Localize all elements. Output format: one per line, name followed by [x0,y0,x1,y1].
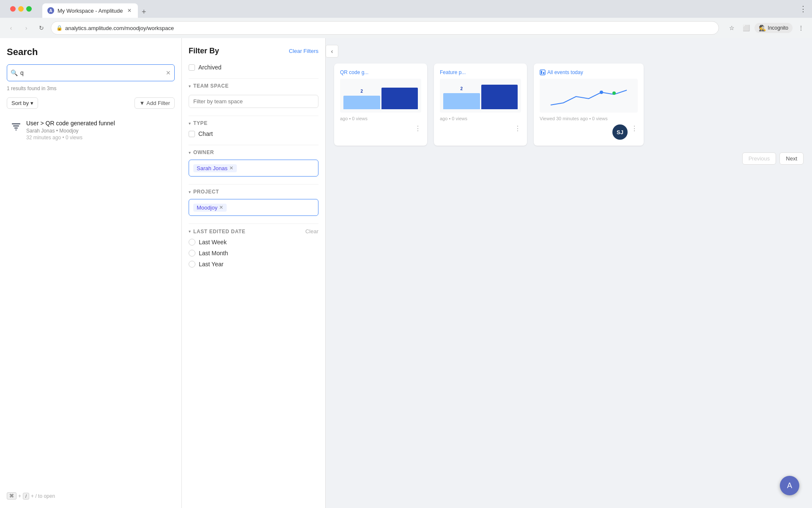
project-chevron: ▾ [189,190,191,194]
filter-icon: ▼ [139,100,145,106]
new-tab-button[interactable]: + [138,6,150,18]
card2-meta: ago • 0 views [440,116,521,121]
workspace-card-3: All events today Viewed 30 minutes ago •… [534,64,644,146]
result-item[interactable]: User > QR code generated funnel Sarah Jo… [7,116,175,145]
archived-row: Archived [189,64,318,71]
card1-more-button[interactable]: ⋮ [414,124,421,133]
owner-tag-label: Sarah Jonas [197,165,228,171]
project-tag-input[interactable]: Moodjoy ✕ [189,199,318,216]
owner-tag: Sarah Jonas ✕ [193,164,237,172]
project-tag-remove[interactable]: ✕ [219,204,223,210]
traffic-light-yellow[interactable] [18,6,24,12]
result-name: User > QR code generated funnel [26,120,171,127]
project-header[interactable]: ▾ PROJECT [189,189,318,195]
add-filter-label: Add Filter [146,100,170,106]
sort-by-button[interactable]: Sort by ▾ [7,97,38,109]
team-space-chevron: ▾ [189,84,191,88]
chevron-down-icon: ▾ [30,100,33,106]
menu-button[interactable]: ⋮ [795,22,807,34]
card1-title: QR code g... [340,69,421,75]
tab-close-button[interactable]: ✕ [126,7,133,14]
workspace-cards: QR code g... 2 ago • 0 views ⋮ Feature p… [334,64,804,146]
last-week-label: Last Week [199,239,227,246]
keyboard-hint: ⌘ + / + / to open [7,486,175,500]
divider-5 [189,224,318,224]
team-space-title: TEAM SPACE [193,83,229,89]
card2-more-button[interactable]: ⋮ [514,124,521,133]
filter-section-type: ▾ TYPE Chart [189,120,318,137]
divider-1 [189,78,318,79]
svg-rect-5 [541,71,542,74]
project-title: PROJECT [193,189,219,195]
team-space-header[interactable]: ▾ TEAM SPACE [189,83,318,89]
owner-header[interactable]: ▾ OWNER [189,149,318,155]
last-week-row: Last Week [189,239,318,246]
owner-tag-input[interactable]: Sarah Jonas ✕ [189,160,318,177]
toolbar-right: ☆ ⬜ 🕵 Incognito ⋮ [726,22,807,34]
date-header-collapse[interactable]: ▾ LAST EDITED DATE [189,229,245,235]
divider-4 [189,184,318,185]
add-filter-button[interactable]: ▼ Add Filter [134,97,175,109]
last-year-row: Last Year [189,261,318,268]
team-space-search[interactable] [189,95,318,108]
type-chevron: ▾ [189,121,191,126]
filter-section-project: ▾ PROJECT Moodjoy ✕ [189,189,318,216]
active-tab[interactable]: A My Workspace - Amplitude ✕ [42,3,138,18]
owner-title: OWNER [193,149,214,155]
search-input-wrap: 🔍 ✕ [7,64,175,81]
search-title: Search [7,47,175,58]
traffic-light-red[interactable] [10,6,16,12]
pagination-nav: Previous Next [334,152,804,165]
bookmark-button[interactable]: ☆ [726,22,738,34]
amplitude-fab[interactable]: A [780,476,799,495]
filter-header: Filter By Clear Filters [189,47,318,55]
funnel-chart-icon [10,121,22,133]
svg-rect-4 [540,70,545,75]
owner-chevron: ▾ [189,150,191,155]
traffic-light-green[interactable] [26,6,32,12]
chart-checkbox[interactable] [189,131,195,137]
reload-button[interactable]: ↻ [36,22,47,34]
search-results-info: 1 results found in 3ms [7,86,175,91]
result-time: 32 minutes ago • 0 views [26,135,171,141]
search-clear-button[interactable]: ✕ [166,69,171,76]
svg-rect-0 [12,123,20,124]
filter-section-owner: ▾ OWNER Sarah Jonas ✕ [189,149,318,177]
cmd-key: ⌘ [7,492,16,500]
next-button[interactable]: Next [779,152,804,165]
extension-button[interactable]: ⬜ [740,22,752,34]
date-clear-button[interactable]: Clear [305,228,318,235]
date-chevron: ▾ [189,229,191,234]
card3-title: All events today [540,69,638,75]
card2-title: Feature p... [440,69,521,75]
collapse-panel-button[interactable]: ‹ [326,45,338,58]
back-button[interactable]: ‹ [5,22,17,34]
address-bar[interactable]: 🔒 analytics.amplitude.com/moodjoy/worksp… [51,21,719,35]
search-input[interactable] [20,69,166,76]
clear-filters-button[interactable]: Clear Filters [289,48,318,54]
result-content: User > QR code generated funnel Sarah Jo… [26,120,171,141]
last-month-label: Last Month [199,250,228,257]
divider-2 [189,116,318,116]
previous-button[interactable]: Previous [742,152,776,165]
last-week-radio[interactable] [189,239,195,246]
last-month-radio[interactable] [189,250,195,257]
archived-checkbox[interactable] [189,64,195,71]
card1-bar-value: 2 [360,89,363,94]
svg-rect-1 [13,125,19,127]
date-section-header: ▾ LAST EDITED DATE Clear [189,228,318,235]
lock-icon: 🔒 [56,25,63,31]
tabs-menu-button[interactable]: ⋮ [799,4,807,14]
last-year-radio[interactable] [189,261,195,268]
forward-button[interactable]: › [20,22,32,34]
filter-title: Filter By [189,47,219,55]
card3-more-button[interactable]: ⋮ [631,124,638,140]
search-icon: 🔍 [11,69,18,76]
svg-rect-2 [14,127,18,129]
search-controls: Sort by ▾ ▼ Add Filter [7,97,175,109]
filter-section-team-space: ▾ TEAM SPACE [189,83,318,108]
type-header[interactable]: ▾ TYPE [189,120,318,126]
card1-chart: 2 [340,79,421,113]
workspace-card-2: Feature p... 2 ago • 0 views ⋮ [434,64,527,146]
owner-tag-remove[interactable]: ✕ [229,165,233,171]
